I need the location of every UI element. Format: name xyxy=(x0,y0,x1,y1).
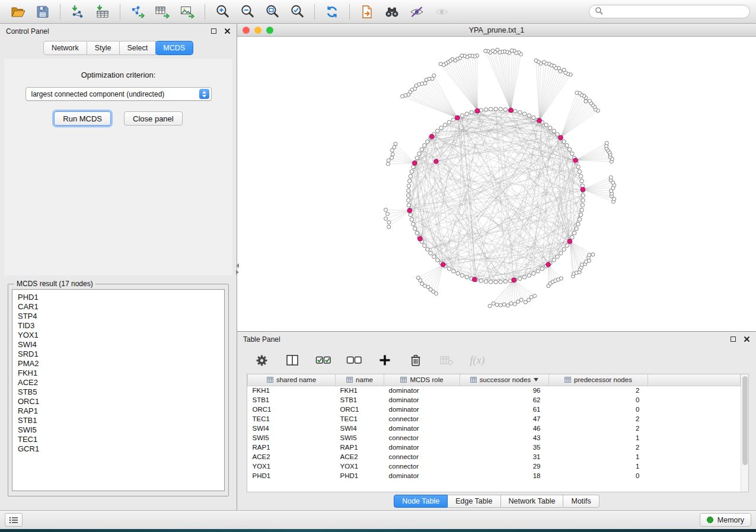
cell-mcds-role[interactable]: dominator xyxy=(384,405,460,414)
clone-network-icon[interactable] xyxy=(355,2,379,22)
show-hidden-icon[interactable] xyxy=(430,2,454,22)
network-graph[interactable] xyxy=(237,37,756,331)
search-field[interactable] xyxy=(589,5,750,18)
zoom-out-icon[interactable] xyxy=(235,2,259,22)
cell-predecessor-nodes[interactable]: 1 xyxy=(549,462,648,471)
cell-successor-nodes[interactable]: 29 xyxy=(460,462,549,471)
select-all-icon[interactable] xyxy=(313,350,333,370)
cell-successor-nodes[interactable]: 43 xyxy=(460,433,549,443)
cell-successor-nodes[interactable]: 46 xyxy=(460,424,549,433)
cell-predecessor-nodes[interactable]: 1 xyxy=(549,433,648,443)
cell-mcds-role[interactable]: connector xyxy=(384,452,460,462)
optimization-select[interactable]: largest connected component (undirected) xyxy=(25,87,212,101)
mcds-node[interactable]: SWI4 xyxy=(18,340,219,350)
cell-shared-name[interactable]: SWI5 xyxy=(248,433,336,443)
mcds-result-list[interactable]: PHD1CAR1STP4TID3YOX1SWI4SRD1PMA2FKH1ACE2… xyxy=(12,289,225,491)
cell-name[interactable]: ACE2 xyxy=(336,452,384,462)
column-header-MCDS-role[interactable]: MCDS role xyxy=(384,374,460,386)
table-row[interactable]: PHD1PHD1dominator180 xyxy=(248,471,741,480)
refresh-icon[interactable] xyxy=(320,2,344,22)
export-table-icon[interactable] xyxy=(151,2,174,22)
cell-successor-nodes[interactable]: 62 xyxy=(460,395,549,405)
deselect-all-icon[interactable] xyxy=(344,350,364,370)
cell-predecessor-nodes[interactable]: 2 xyxy=(549,424,648,433)
column-header-shared-name[interactable]: shared name xyxy=(248,374,336,386)
cell-name[interactable]: STB1 xyxy=(336,395,384,405)
tab-edge-table[interactable]: Edge Table xyxy=(448,495,500,508)
cell-successor-nodes[interactable]: 47 xyxy=(460,414,549,424)
cell-shared-name[interactable]: YOX1 xyxy=(248,462,336,471)
cell-name[interactable]: RAP1 xyxy=(336,443,384,452)
table-row[interactable]: TEC1TEC1connector472 xyxy=(248,414,741,424)
cell-successor-nodes[interactable]: 31 xyxy=(460,452,549,462)
tab-style[interactable]: Style xyxy=(87,41,120,55)
cell-mcds-role[interactable]: dominator xyxy=(384,443,460,452)
mcds-node[interactable]: STP4 xyxy=(18,312,219,321)
close-table-panel-icon[interactable] xyxy=(744,336,750,342)
cell-shared-name[interactable]: TEC1 xyxy=(248,414,336,424)
cell-predecessor-nodes[interactable]: 0 xyxy=(549,405,648,414)
destroy-table-icon[interactable] xyxy=(436,350,457,370)
cell-predecessor-nodes[interactable]: 0 xyxy=(549,395,648,405)
cell-shared-name[interactable]: ACE2 xyxy=(248,452,336,462)
table-scrollbar[interactable] xyxy=(741,374,748,492)
table-row[interactable]: SWI5SWI5connector431 xyxy=(248,433,741,443)
column-header-predecessor-nodes[interactable]: predecessor nodes xyxy=(549,374,648,386)
mcds-node[interactable]: TID3 xyxy=(18,321,219,331)
tab-network-table[interactable]: Network Table xyxy=(501,495,564,508)
mcds-node[interactable]: SWI5 xyxy=(18,425,219,435)
cell-mcds-role[interactable]: connector xyxy=(384,462,460,471)
table-settings-icon[interactable] xyxy=(251,350,272,370)
run-mcds-button[interactable]: Run MCDS xyxy=(54,111,111,126)
table-row[interactable]: SWI4SWI4dominator462 xyxy=(248,424,741,433)
cell-predecessor-nodes[interactable]: 2 xyxy=(549,443,648,452)
zoom-in-icon[interactable] xyxy=(210,2,234,22)
tab-select[interactable]: Select xyxy=(120,41,157,55)
table-row[interactable]: ACE2ACE2connector311 xyxy=(248,452,741,462)
cell-shared-name[interactable]: ORC1 xyxy=(248,405,336,414)
mcds-node[interactable]: STB5 xyxy=(18,387,219,397)
cell-mcds-role[interactable]: dominator xyxy=(384,395,460,405)
delete-column-icon[interactable] xyxy=(406,350,426,370)
table-row[interactable]: RAP1RAP1dominator352 xyxy=(248,443,741,452)
search-input[interactable] xyxy=(607,8,744,16)
mcds-node[interactable]: ACE2 xyxy=(18,378,219,387)
table-row[interactable]: YOX1YOX1connector291 xyxy=(248,462,741,471)
float-table-panel-icon[interactable] xyxy=(731,336,736,342)
cell-mcds-role[interactable]: dominator xyxy=(384,386,460,395)
cell-mcds-role[interactable]: connector xyxy=(384,414,460,424)
close-mcds-panel-button[interactable]: Close panel xyxy=(124,111,183,126)
first-neighbors-icon[interactable] xyxy=(380,2,404,22)
zoom-selected-icon[interactable] xyxy=(285,2,309,22)
minimize-window-icon[interactable] xyxy=(254,27,261,34)
cell-successor-nodes[interactable]: 35 xyxy=(460,443,549,452)
close-panel-icon[interactable] xyxy=(224,28,231,34)
mcds-node[interactable]: CAR1 xyxy=(18,302,219,312)
table-row[interactable]: FKH1FKH1dominator962 xyxy=(248,386,741,395)
tab-mcds[interactable]: MCDS xyxy=(155,41,193,55)
tab-node-table[interactable]: Node Table xyxy=(394,495,448,508)
splitter-collapse-icon[interactable] xyxy=(234,263,240,275)
cell-name[interactable]: PHD1 xyxy=(336,471,384,480)
cell-shared-name[interactable]: PHD1 xyxy=(248,471,336,480)
import-network-icon[interactable] xyxy=(66,2,90,22)
cell-name[interactable]: YOX1 xyxy=(336,462,384,471)
panel-menu-button[interactable] xyxy=(5,513,23,527)
cell-shared-name[interactable]: FKH1 xyxy=(248,386,336,395)
column-header-successor-nodes[interactable]: successor nodes xyxy=(460,374,549,386)
scrollbar-thumb[interactable] xyxy=(742,376,748,465)
cell-successor-nodes[interactable]: 96 xyxy=(460,386,549,395)
zoom-fit-icon[interactable] xyxy=(260,2,284,22)
export-image-icon[interactable] xyxy=(176,2,199,22)
mcds-node[interactable]: YOX1 xyxy=(18,331,219,340)
mcds-node[interactable]: GCR1 xyxy=(18,444,219,454)
import-table-icon[interactable] xyxy=(91,2,114,22)
mcds-node[interactable]: PMA2 xyxy=(18,359,219,368)
tab-motifs[interactable]: Motifs xyxy=(563,495,599,508)
table-row[interactable]: STB1STB1dominator620 xyxy=(248,395,741,405)
cell-mcds-role[interactable]: dominator xyxy=(384,424,460,433)
split-panel-icon[interactable] xyxy=(282,350,302,370)
hide-selected-icon[interactable] xyxy=(405,2,429,22)
mcds-node[interactable]: PHD1 xyxy=(18,293,219,302)
save-session-icon[interactable] xyxy=(31,2,55,22)
